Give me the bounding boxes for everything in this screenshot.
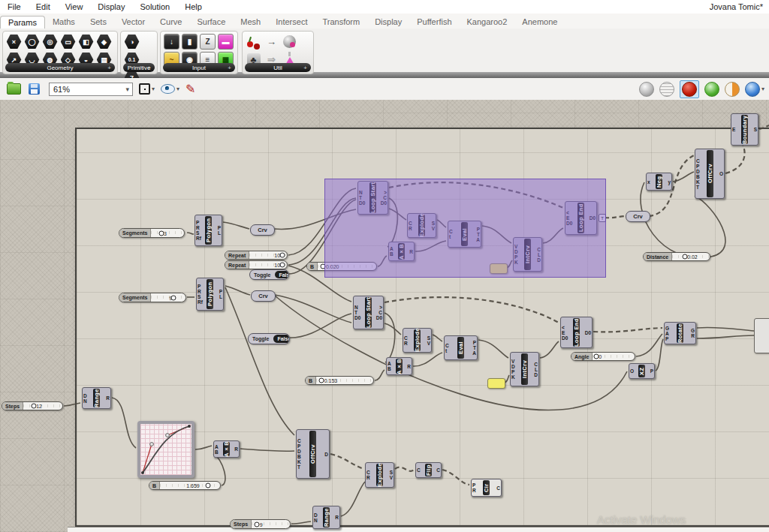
no-preview-icon[interactable]	[639, 82, 654, 97]
segments-slider-2[interactable]: Segments 9	[119, 293, 186, 302]
slider-knob[interactable]	[170, 295, 176, 300]
sketch-pen-icon[interactable]: ✎	[185, 82, 195, 96]
group-label-primitive[interactable]: Primitive+	[123, 63, 155, 72]
zoom-extents-icon[interactable]: ▾	[139, 83, 155, 95]
tab-curve[interactable]: Curve	[152, 16, 189, 29]
slider-knob[interactable]	[31, 404, 36, 409]
box-param-icon[interactable]: ◧	[77, 33, 95, 50]
preview-selected-only-icon[interactable]	[725, 82, 740, 97]
range-node-2[interactable]: D N Range R	[312, 506, 340, 529]
loop-end-record-toggle[interactable]: T	[599, 214, 606, 222]
explode-node-2[interactable]: C R Explode S V	[403, 328, 432, 353]
group-label-util[interactable]: Util+	[245, 63, 311, 72]
angle-slider[interactable]: Angle 0	[571, 352, 635, 361]
slider-knob[interactable]	[158, 230, 164, 236]
explode-node-1[interactable]: C R Explode S V	[407, 213, 436, 238]
preview-on-icon[interactable]	[704, 82, 719, 97]
negative-node[interactable]: x Neg y	[646, 173, 672, 191]
interpolate-curve-node-2[interactable]: V D P K IntCrv C L D	[510, 352, 539, 386]
gradient-icon[interactable]: ▬	[217, 33, 234, 50]
polygon-node-2[interactable]: P R S Rf Polygon P L	[196, 278, 224, 311]
rotate-node[interactable]: G A P Rotate G R	[664, 322, 696, 344]
boolean-toggle-1[interactable]: Toggle False	[249, 269, 289, 280]
zoom-combobox[interactable]: 61% ▾	[49, 83, 133, 96]
menu-file[interactable]: File	[0, 2, 29, 11]
slider-knob[interactable]	[321, 264, 326, 269]
boundary-node[interactable]: E Boundary S	[731, 113, 758, 146]
graph-mapper[interactable]	[137, 421, 195, 478]
b-slider-3[interactable]: B 1.659	[149, 481, 221, 490]
menu-display[interactable]: Display	[90, 2, 132, 11]
range-node-1[interactable]: D N Range R	[82, 387, 111, 409]
menu-solution[interactable]: Solution	[132, 2, 177, 11]
wireframe-preview-icon[interactable]	[659, 82, 674, 97]
slider-knob[interactable]	[280, 253, 285, 258]
snowflake-param-icon[interactable]: ◈	[95, 33, 113, 50]
tab-surface[interactable]: Surface	[189, 16, 233, 29]
b-slider-1[interactable]: B 0.020	[306, 262, 377, 271]
cherry-picker-icon[interactable]	[245, 33, 262, 50]
explode-node-3[interactable]: C R Explode S V	[365, 462, 394, 488]
tab-transform[interactable]: Transform	[315, 16, 367, 29]
steps-slider-1[interactable]: Steps 12	[2, 401, 63, 410]
boolean-toggle-icon[interactable]: Z	[199, 33, 216, 50]
number-slider-icon[interactable]: ↓	[163, 33, 180, 50]
tab-pufferfish[interactable]: Pufferfish	[409, 16, 459, 29]
button-icon[interactable]: ▮	[181, 33, 198, 50]
multiply-node-1[interactable]: A B A×B R	[388, 242, 415, 261]
preview-dropdown-icon[interactable]: ▾	[761, 86, 764, 92]
tab-params[interactable]: Params	[0, 16, 45, 29]
flip-curve-node[interactable]: C Flip C	[415, 462, 442, 478]
preview-eye-icon[interactable]: ▾	[161, 84, 179, 94]
polygon-node-1[interactable]: P R S Rf Polygon P L	[195, 215, 222, 246]
slider-knob[interactable]	[318, 378, 324, 383]
curve-container-1[interactable]: Crv	[250, 224, 275, 236]
slider-knob[interactable]	[280, 263, 285, 268]
plane-param-icon[interactable]: ▭	[59, 33, 77, 50]
geometry-param-icon[interactable]: ×	[5, 33, 23, 50]
eval-node-2[interactable]: C t Eval P T A	[444, 335, 478, 360]
tab-maths[interactable]: Maths	[45, 16, 83, 29]
tab-mesh[interactable]: Mesh	[233, 16, 268, 29]
boolean-toggle-2[interactable]: Toggle False	[248, 333, 290, 344]
slider-knob[interactable]	[206, 483, 211, 488]
tab-intersect[interactable]: Intersect	[268, 16, 315, 29]
tab-anemone[interactable]: Anemone	[514, 16, 565, 29]
repeat-slider-1[interactable]: Repeat 10	[225, 251, 288, 260]
open-file-icon[interactable]	[7, 83, 21, 95]
tab-vector[interactable]: Vector	[114, 16, 152, 29]
b-slider-2[interactable]: B 0.153	[305, 376, 374, 385]
boolean-param-icon[interactable]: ◑	[123, 33, 140, 50]
loop-start-node-1[interactable]: N T D0 Loop Start > C D0	[357, 181, 388, 215]
repeat-slider-2[interactable]: Repeat 10	[225, 260, 288, 269]
grasshopper-canvas[interactable]: Segments 3 P R S Rf Polygon P L Crv Repe…	[0, 100, 769, 532]
galapagos-icon[interactable]	[281, 33, 298, 50]
loop-end-node-2[interactable]: < E D0 Loop End D0	[560, 317, 593, 348]
tab-sets[interactable]: Sets	[83, 16, 114, 29]
segments-slider-1[interactable]: Segments 3	[119, 228, 185, 238]
circle-param-icon[interactable]: ◯	[23, 33, 41, 50]
group-label-geometry[interactable]: Geometry+	[5, 63, 115, 72]
save-file-icon[interactable]	[29, 83, 40, 95]
menu-edit[interactable]: Edit	[29, 2, 58, 11]
offset-curve-node-1[interactable]: C P D B K T OffCrv O	[695, 149, 725, 199]
yellow-panel-2[interactable]	[487, 378, 505, 389]
multiply-node-3[interactable]: A B A×B R	[213, 440, 240, 458]
menu-view[interactable]: View	[58, 2, 91, 11]
steps-slider-2[interactable]: Steps 9	[230, 519, 291, 529]
curve-container-2[interactable]: Crv	[626, 211, 650, 222]
xz-plane-node[interactable]: O XZ P	[629, 363, 655, 379]
tab-kangaroo2[interactable]: Kangaroo2	[460, 16, 515, 29]
interpolate-curve-node-1[interactable]: V D P K IntCrv C L D	[513, 237, 542, 272]
shaded-preview-selected[interactable]	[680, 80, 699, 98]
menu-help[interactable]: Help	[177, 2, 210, 11]
distance-slider[interactable]: Distance 0.02	[643, 252, 710, 261]
data-input-icon[interactable]: →	[263, 33, 280, 50]
circle-node[interactable]: P R Cir C	[471, 479, 502, 497]
eval-node-1[interactable]: C t Eval P T A	[448, 221, 481, 248]
loop-end-node-1[interactable]: < E D0 Loop End D0	[565, 201, 597, 235]
offset-curve-node-2[interactable]: C P D B K T OffCrv D	[296, 429, 330, 479]
slider-knob[interactable]	[682, 254, 687, 260]
loop-start-node-2[interactable]: N T D0 Loop Start > C D0	[353, 296, 384, 329]
tab-display[interactable]: Display	[367, 16, 409, 29]
